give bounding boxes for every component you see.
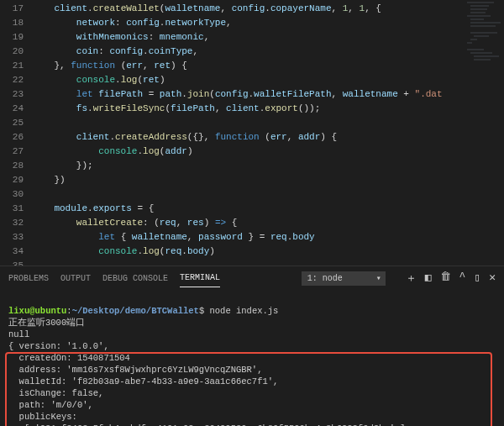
code-area[interactable]: client.createWallet(walletname, config.c…	[32, 0, 504, 266]
code-line[interactable]: coin: config.coinType,	[32, 45, 504, 59]
line-number: 19	[0, 30, 24, 45]
code-line[interactable]	[32, 116, 504, 130]
code-line[interactable]: client.createWallet(walletname, config.c…	[32, 2, 504, 16]
line-number: 33	[0, 230, 24, 245]
close-panel-icon[interactable]: ✕	[489, 271, 496, 286]
terminal-selector[interactable]: 1: node	[302, 271, 386, 286]
move-panel-icon[interactable]: ▯	[474, 271, 480, 286]
code-line[interactable]: console.log(req.body)	[32, 245, 504, 259]
line-number: 27	[0, 145, 24, 159]
terminal-line: { version: '1.0.0',	[8, 341, 109, 351]
new-terminal-icon[interactable]: ＋	[406, 271, 417, 286]
code-line[interactable]: let { walletname, password } = req.body	[32, 230, 504, 245]
bottom-panel: PROBLEMS OUTPUT DEBUG CONSOLE TERMINAL 1…	[0, 266, 504, 426]
line-number: 34	[0, 245, 24, 259]
line-number: 18	[0, 16, 24, 30]
code-line[interactable]: });	[32, 159, 504, 173]
tab-problems[interactable]: PROBLEMS	[8, 270, 49, 287]
terminal-user: lixu	[8, 306, 29, 316]
terminal-line: null	[8, 329, 29, 339]
terminal-line: address: 'mm16s7xsf8Wjwxhprc6YzLW9gVncqZ…	[8, 365, 262, 375]
terminal-line: path: 'm/0/0',	[8, 400, 93, 410]
line-number: 28	[0, 159, 24, 173]
line-number: 29	[0, 173, 24, 187]
tab-terminal[interactable]: TERMINAL	[180, 269, 220, 287]
code-line[interactable]: client.createAddress({}, function (err, …	[32, 130, 504, 145]
terminal-line: publicKeys:	[8, 412, 77, 422]
terminal-command: node index.js	[210, 306, 279, 316]
line-number: 20	[0, 45, 24, 59]
terminal-line: walletId: 'f82b03a9-abe7-4b33-a9e9-3aa1c…	[8, 376, 278, 387]
kill-terminal-icon[interactable]: 🗑	[440, 271, 451, 286]
minimap[interactable]	[464, 0, 504, 266]
line-number: 35	[0, 259, 24, 266]
panel-actions: ＋ ◧ 🗑 ^ ▯ ✕	[406, 271, 496, 286]
code-line[interactable]: walletCreate: (req, res) => {	[32, 216, 504, 230]
code-line[interactable]	[32, 259, 504, 266]
terminal-cwd: ~/Desktop/demo/BTCWallet	[72, 306, 199, 316]
line-number: 30	[0, 187, 24, 202]
code-line[interactable]: console.log(addr)	[32, 145, 504, 159]
terminal-host: ubuntu	[35, 306, 67, 316]
terminal-content[interactable]: lixu@ubuntu:~/Desktop/demo/BTCWallet$ no…	[0, 290, 504, 426]
line-number: 32	[0, 216, 24, 230]
line-gutter: 17181920212223242526272829303132333435	[0, 0, 32, 266]
line-number: 31	[0, 202, 24, 216]
terminal-line: 正在监听3000端口	[8, 318, 85, 328]
line-number: 24	[0, 102, 24, 116]
tab-output[interactable]: OUTPUT	[60, 270, 91, 287]
terminal-line: createdOn: 1540871504	[8, 353, 130, 363]
code-line[interactable]: module.exports = {	[32, 202, 504, 216]
split-terminal-icon[interactable]: ◧	[425, 271, 432, 286]
terminal-line: isChange: false,	[8, 388, 103, 398]
editor-pane: 17181920212223242526272829303132333435 c…	[0, 0, 504, 266]
line-number: 23	[0, 87, 24, 102]
code-line[interactable]	[32, 187, 504, 202]
code-line[interactable]: network: config.networkType,	[32, 16, 504, 30]
line-number: 22	[0, 73, 24, 87]
panel-tabs: PROBLEMS OUTPUT DEBUG CONSOLE TERMINAL 1…	[0, 266, 504, 290]
line-number: 17	[0, 2, 24, 16]
code-line[interactable]: })	[32, 173, 504, 187]
maximize-panel-icon[interactable]: ^	[459, 271, 466, 286]
line-number: 21	[0, 59, 24, 73]
tab-debug-console[interactable]: DEBUG CONSOLE	[102, 270, 168, 287]
line-number: 25	[0, 116, 24, 130]
code-line[interactable]: console.log(ret)	[32, 73, 504, 87]
code-line[interactable]: fs.writeFileSync(filePath, client.export…	[32, 102, 504, 116]
code-line[interactable]: withMnemonics: mnemonic,	[32, 30, 504, 45]
code-line[interactable]: }, function (err, ret) {	[32, 59, 504, 73]
line-number: 26	[0, 130, 24, 145]
code-line[interactable]: let filePath = path.join(config.walletFi…	[32, 87, 504, 102]
